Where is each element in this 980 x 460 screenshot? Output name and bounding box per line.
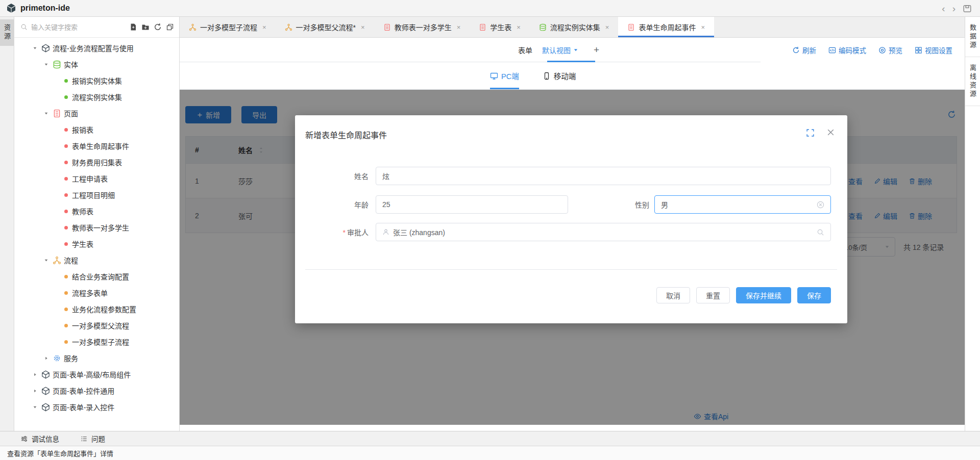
- caret-down-icon[interactable]: [44, 258, 48, 263]
- tree-item[interactable]: 流程: [14, 252, 179, 268]
- caret-down-icon[interactable]: [44, 62, 48, 67]
- tree-item[interactable]: 工程申请表: [14, 170, 179, 187]
- doc-tab[interactable]: 流程实例实体集×: [530, 17, 619, 37]
- doc-tab[interactable]: 一对多模型子流程×: [180, 17, 276, 37]
- name-input[interactable]: [382, 172, 824, 180]
- tree-item[interactable]: 页面: [14, 105, 179, 121]
- view-settings-button[interactable]: 视图设置: [915, 45, 952, 55]
- cancel-button[interactable]: 取消: [656, 287, 690, 303]
- debug-info-tab[interactable]: 调试信息: [20, 433, 59, 444]
- tab-close-icon[interactable]: ×: [457, 23, 461, 31]
- page-bullet-icon: [64, 193, 68, 197]
- save-button[interactable]: 保存: [797, 287, 831, 303]
- caret-down-icon[interactable]: [33, 46, 37, 50]
- search-input[interactable]: [31, 23, 129, 31]
- tab-close-icon[interactable]: ×: [361, 23, 365, 31]
- new-folder-icon[interactable]: [141, 23, 150, 31]
- window-save-icon[interactable]: [963, 4, 972, 13]
- close-icon[interactable]: [826, 128, 835, 137]
- nav-forward-button[interactable]: ›: [952, 4, 955, 13]
- doc-tab[interactable]: 学生表×: [470, 17, 530, 37]
- collapse-all-icon[interactable]: [166, 23, 174, 31]
- tree-item[interactable]: 页面-表单-高级/布局组件: [14, 366, 179, 382]
- right-panel-tab-datasource[interactable]: 数据源: [965, 17, 980, 57]
- tab-close-icon[interactable]: ×: [517, 23, 521, 31]
- gender-input[interactable]: [661, 200, 817, 209]
- tree-item-label: 页面-表单-控件通用: [53, 386, 114, 396]
- tree-item[interactable]: 实体: [14, 56, 179, 72]
- preview-button[interactable]: 预览: [878, 45, 902, 55]
- caret-down-icon[interactable]: [33, 405, 37, 410]
- tree-item[interactable]: 页面-表单-录入控件: [14, 399, 179, 415]
- tree-item-label: 实体: [64, 59, 78, 69]
- caret-right-icon[interactable]: [33, 389, 37, 393]
- bottom-panel-bar: 调试信息 问题: [0, 431, 980, 446]
- approver-field[interactable]: 张三 (zhangsan): [376, 223, 831, 241]
- tree-item[interactable]: 报销实例实体集: [14, 72, 179, 89]
- tree-item-label: 教师表一对多学生: [72, 222, 129, 233]
- tree-item[interactable]: 教师表: [14, 203, 179, 219]
- doc-tab-active[interactable]: 表单生命周起事件×: [618, 17, 714, 37]
- age-input[interactable]: [382, 200, 561, 209]
- page-bullet-icon: [64, 226, 68, 229]
- tree-item[interactable]: 业务化流程参数配置: [14, 301, 179, 317]
- tree-item[interactable]: 流程-业务流程配置与使用: [14, 40, 179, 56]
- tab-close-icon[interactable]: ×: [605, 23, 609, 31]
- tab-close-icon[interactable]: ×: [262, 23, 266, 31]
- tab-mobile[interactable]: 移动端: [543, 62, 576, 89]
- search-icon[interactable]: [817, 228, 824, 236]
- tab-default-view[interactable]: 默认视图: [542, 45, 578, 55]
- caret-right-icon[interactable]: [33, 372, 37, 377]
- right-panel-strip: 数据源 离线资源: [965, 17, 980, 431]
- tree-item[interactable]: 服务: [14, 350, 179, 366]
- person-icon: [382, 228, 389, 236]
- issues-tab[interactable]: 问题: [80, 433, 105, 444]
- caret-right-icon[interactable]: [44, 356, 48, 361]
- page-icon: [53, 109, 61, 118]
- left-panel-tab-resources[interactable]: 资源: [0, 19, 14, 46]
- tab-close-icon[interactable]: ×: [701, 23, 705, 31]
- tab-form[interactable]: 表单: [518, 45, 532, 55]
- status-text: 查看资源「表单生命周起事件」详情: [7, 448, 113, 458]
- tree-item[interactable]: 工程项目明细: [14, 187, 179, 203]
- tree-item[interactable]: 教师表一对多学生: [14, 219, 179, 236]
- tree-item[interactable]: 财务费用归集表: [14, 154, 179, 170]
- tree-item[interactable]: 流程多表单: [14, 285, 179, 301]
- tree-item-label: 财务费用归集表: [72, 157, 122, 167]
- tree-item[interactable]: 报销表: [14, 121, 179, 138]
- tree-item[interactable]: 流程实例实体集: [14, 89, 179, 105]
- maximize-icon[interactable]: [806, 129, 815, 137]
- age-field[interactable]: [376, 195, 568, 214]
- right-panel-tab-offline[interactable]: 离线资源: [965, 57, 980, 106]
- flow-bullet-icon: [64, 308, 68, 311]
- tree-item-label: 流程: [64, 255, 78, 265]
- gender-field-focused[interactable]: [654, 195, 831, 214]
- tree-item[interactable]: 表单生命周起事件: [14, 138, 179, 154]
- dialog-title: 新增表单生命周起事件: [305, 131, 387, 140]
- new-file-icon[interactable]: [129, 23, 137, 31]
- refresh-button[interactable]: 刷新: [792, 45, 816, 55]
- tree-item[interactable]: 一对多模型子流程: [14, 334, 179, 350]
- add-view-button[interactable]: +: [594, 44, 599, 56]
- doc-tab[interactable]: 教师表一对多学生×: [374, 17, 470, 37]
- caret-down-icon[interactable]: [44, 111, 48, 116]
- clear-icon[interactable]: [817, 201, 824, 209]
- tree-item[interactable]: 学生表: [14, 236, 179, 252]
- approver-value: 张三 (zhangsan): [393, 227, 813, 237]
- save-continue-button[interactable]: 保存并继续: [736, 287, 791, 303]
- tree-item-label: 流程实例实体集: [72, 92, 122, 102]
- tree-item[interactable]: 页面-表单-控件通用: [14, 382, 179, 399]
- refresh-tree-icon[interactable]: [154, 23, 162, 31]
- tree-item[interactable]: 一对多模型父流程: [14, 317, 179, 334]
- page-icon: [479, 23, 486, 31]
- doc-tab[interactable]: 一对多模型父流程*×: [276, 17, 374, 37]
- nav-back-button[interactable]: ‹: [942, 4, 945, 13]
- reset-button[interactable]: 重置: [696, 287, 730, 303]
- tree-item-label: 学生表: [72, 239, 93, 249]
- tab-pc[interactable]: PC端: [490, 62, 519, 89]
- module-icon: [41, 387, 50, 395]
- tree-item[interactable]: 结合业务查询配置: [14, 268, 179, 285]
- name-field[interactable]: [376, 167, 831, 185]
- code-mode-button[interactable]: 编码模式: [828, 45, 866, 55]
- doc-tab-label: 一对多模型子流程: [200, 22, 257, 32]
